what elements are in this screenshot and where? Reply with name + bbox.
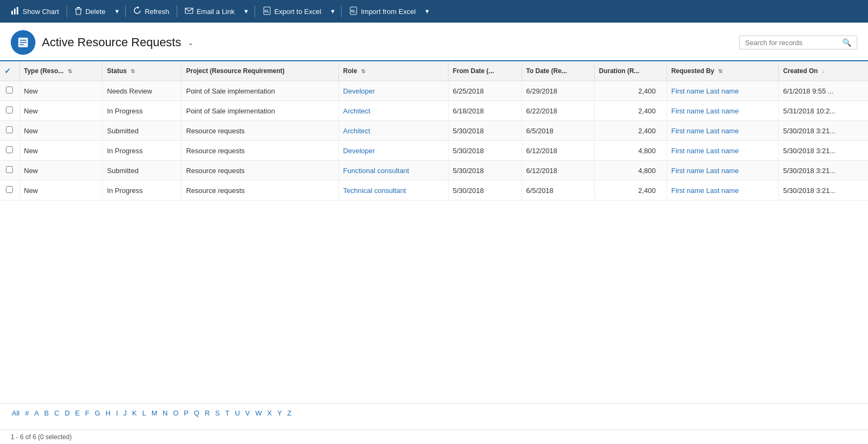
table-container: ✓ Type (Reso... ⇅ Status ⇅ Project (Reso… (0, 61, 868, 200)
select-all-column[interactable]: ✓ (0, 61, 19, 81)
row-role-1[interactable]: Architect (338, 101, 448, 121)
email-link-button[interactable]: Email a Link (180, 5, 239, 18)
row-from-date-4: 5/30/2018 (448, 161, 522, 181)
show-chart-label: Show Chart (23, 8, 59, 16)
row-role-3[interactable]: Developer (338, 141, 448, 161)
page-title: Active Resource Requests (42, 35, 181, 49)
export-excel-label: Export to Excel (274, 8, 321, 16)
row-requested-by-0[interactable]: First name Last name (667, 81, 778, 101)
svg-rect-2 (17, 7, 18, 15)
row-type-2: New (19, 121, 103, 141)
separator-1 (67, 5, 67, 17)
row-type-1: New (19, 101, 103, 121)
row-requested-by-5[interactable]: First name Last name (667, 181, 778, 200)
type-sort-icon: ⇅ (68, 68, 72, 74)
row-role-4[interactable]: Functional consultant (338, 161, 448, 181)
row-role-5[interactable]: Technical consultant (338, 181, 448, 200)
show-chart-button[interactable]: Show Chart (6, 4, 63, 19)
row-to-date-2: 6/5/2018 (522, 121, 594, 141)
row-created-on-0: 6/1/2018 9:55 ... (778, 81, 868, 101)
separator-5 (341, 5, 342, 17)
project-column-header[interactable]: Project (Resource Requirement) (182, 61, 338, 81)
row-status-5: In Progress (103, 181, 182, 200)
checkmark-icon: ✓ (4, 67, 11, 75)
row-from-date-1: 6/18/2018 (448, 101, 522, 121)
search-input[interactable] (745, 39, 842, 47)
duration-column-header[interactable]: Duration (R... (595, 61, 667, 81)
separator-3 (177, 5, 177, 17)
row-to-date-5: 6/5/2018 (522, 181, 594, 200)
row-created-on-1: 5/31/2018 10:2... (778, 101, 868, 121)
row-checkbox-4[interactable] (0, 161, 19, 181)
row-duration-3: 4,800 (595, 141, 667, 161)
row-checkbox-1[interactable] (0, 101, 19, 121)
records-table: ✓ Type (Reso... ⇅ Status ⇅ Project (Reso… (0, 61, 868, 200)
from-date-column-header[interactable]: From Date (... (448, 61, 522, 81)
row-checkbox-2[interactable] (0, 121, 19, 141)
import-excel-dropdown-button[interactable]: ▼ (422, 6, 432, 17)
row-to-date-3: 6/12/2018 (522, 141, 594, 161)
page-title-group: Active Resource Requests ⌄ (11, 30, 194, 55)
row-role-2[interactable]: Architect (338, 121, 448, 141)
table-body: New Needs Review Point of Sale implement… (0, 81, 868, 200)
table-row[interactable]: New In Progress Resource requests Techni… (0, 181, 868, 200)
table-row[interactable]: New Needs Review Point of Sale implement… (0, 81, 868, 101)
refresh-label: Refresh (144, 8, 169, 16)
row-type-5: New (19, 181, 103, 200)
delete-button[interactable]: Delete (70, 4, 110, 19)
row-requested-by-4[interactable]: First name Last name (667, 161, 778, 181)
row-checkbox-0[interactable] (0, 81, 19, 101)
created-on-sort-icon: ↓ (822, 68, 824, 74)
created-on-column-header[interactable]: Created On ↓ (778, 61, 868, 81)
row-created-on-3: 5/30/2018 3:21... (778, 141, 868, 161)
status-column-header[interactable]: Status ⇅ (103, 61, 182, 81)
table-row[interactable]: New Submitted Resource requests Function… (0, 161, 868, 181)
row-from-date-5: 5/30/2018 (448, 181, 522, 200)
excel-icon: XL (263, 6, 271, 17)
type-column-header[interactable]: Type (Reso... ⇅ (19, 61, 103, 81)
search-icon: 🔍 (842, 38, 851, 47)
svg-rect-1 (14, 9, 16, 15)
row-type-3: New (19, 141, 103, 161)
row-from-date-0: 6/25/2018 (448, 81, 522, 101)
page-header: Active Resource Requests ⌄ 🔍 (0, 23, 868, 61)
table-row[interactable]: New Submitted Resource requests Architec… (0, 121, 868, 141)
row-created-on-4: 5/30/2018 3:21... (778, 161, 868, 181)
delete-icon (75, 6, 82, 17)
refresh-button[interactable]: Refresh (129, 4, 173, 18)
row-status-4: Submitted (103, 161, 182, 181)
row-type-0: New (19, 81, 103, 101)
row-duration-2: 2,400 (595, 121, 667, 141)
row-requested-by-3[interactable]: First name Last name (667, 141, 778, 161)
export-excel-dropdown-button[interactable]: ▼ (328, 6, 338, 17)
row-duration-1: 2,400 (595, 101, 667, 121)
row-project-4: Resource requests (182, 161, 338, 181)
row-created-on-2: 5/30/2018 3:21... (778, 121, 868, 141)
page-title-dropdown-icon[interactable]: ⌄ (187, 38, 194, 47)
delete-dropdown-button[interactable]: ▼ (112, 6, 122, 17)
svg-text:XL: XL (351, 9, 356, 13)
row-to-date-1: 6/22/2018 (522, 101, 594, 121)
toolbar: Show Chart Delete ▼ Refresh Email a Link… (0, 0, 868, 23)
row-checkbox-3[interactable] (0, 141, 19, 161)
requested-by-column-header[interactable]: Requested By ⇅ (667, 61, 778, 81)
email-link-dropdown-button[interactable]: ▼ (241, 6, 251, 17)
row-requested-by-2[interactable]: First name Last name (667, 121, 778, 141)
import-excel-button[interactable]: XL Import from Excel (345, 4, 420, 19)
svg-text:XL: XL (264, 9, 270, 13)
row-to-date-4: 6/12/2018 (522, 161, 594, 181)
row-to-date-0: 6/29/2018 (522, 81, 594, 101)
row-requested-by-1[interactable]: First name Last name (667, 101, 778, 121)
table-row[interactable]: New In Progress Resource requests Develo… (0, 141, 868, 161)
table-header-row: ✓ Type (Reso... ⇅ Status ⇅ Project (Reso… (0, 61, 868, 81)
svg-rect-0 (11, 11, 13, 15)
table-row[interactable]: New In Progress Point of Sale implementa… (0, 101, 868, 121)
export-excel-button[interactable]: XL Export to Excel (258, 4, 326, 19)
status-sort-icon: ⇅ (131, 68, 135, 74)
row-role-0[interactable]: Developer (338, 81, 448, 101)
import-excel-label: Import from Excel (361, 8, 416, 16)
role-column-header[interactable]: Role ⇅ (338, 61, 448, 81)
row-type-4: New (19, 161, 103, 181)
row-checkbox-5[interactable] (0, 181, 19, 200)
to-date-column-header[interactable]: To Date (Re... (522, 61, 594, 81)
